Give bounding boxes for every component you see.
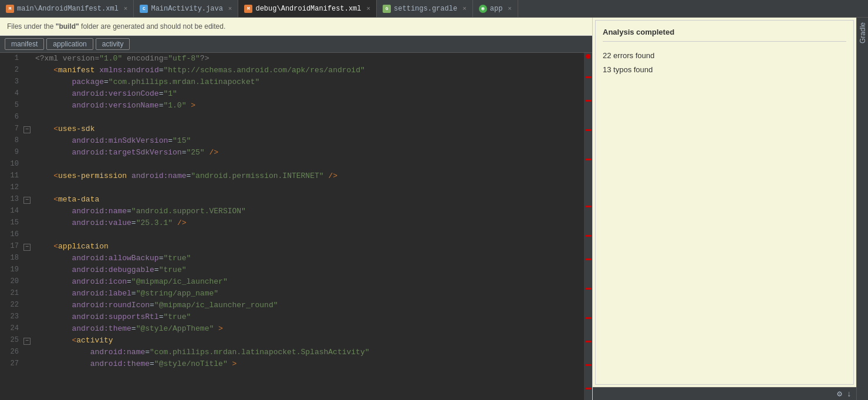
gradle-sidebar: Gradle — [856, 18, 868, 400]
gradle-label[interactable]: Gradle — [859, 18, 867, 48]
down-arrow-icon[interactable]: ↓ — [847, 389, 852, 399]
line-9: 9 android:targetSdkVersion="25" /> — [0, 147, 584, 159]
line-21: 21 android:label="@string/app_name" — [0, 288, 584, 300]
app-icon: ◉ — [479, 5, 487, 13]
tab-close-5[interactable]: × — [508, 5, 512, 12]
breadcrumb-bar: manifest application activity — [0, 36, 592, 53]
error-dot-top — [586, 54, 590, 59]
scrollbar-marker-3 — [585, 129, 591, 131]
line-14: 14 android:name="android.support.VERSION… — [0, 206, 584, 217]
tab-settings-gradle[interactable]: G settings.gradle × — [377, 0, 473, 17]
fold-icon-13[interactable]: − — [23, 197, 31, 204]
fold-icon-7[interactable]: − — [23, 126, 31, 133]
line-24: 24 android:theme="@style/AppTheme" > — [0, 323, 584, 335]
scrollbar-marker-6 — [585, 235, 591, 237]
tab-debug-manifest[interactable]: M debug\AndroidManifest.xml × — [238, 0, 377, 17]
line-11: 11 <uses-permission android:name="androi… — [0, 170, 584, 182]
tab-label-2: MainActivity.java — [151, 5, 222, 13]
tab-close-4[interactable]: × — [462, 5, 467, 12]
fold-icon-25[interactable]: − — [23, 338, 31, 345]
tab-main-activity[interactable]: C MainActivity.java × — [134, 0, 238, 17]
scrollbar-marker-12 — [585, 388, 591, 389]
line-16: 16 — [0, 229, 584, 241]
line-25: 25 − <activity — [0, 335, 584, 347]
line-4: 4 android:versionCode="1" — [0, 88, 584, 100]
tab-main-manifest[interactable]: M main\AndroidManifest.xml × — [0, 0, 134, 17]
scrollbar-marker-7 — [585, 258, 591, 260]
tab-close-2[interactable]: × — [228, 5, 232, 12]
breadcrumb-activity[interactable]: activity — [96, 38, 130, 50]
tab-label-5: app — [490, 5, 503, 13]
line-5: 5 android:versionName="1.0" > — [0, 100, 584, 112]
errors-label: 22 errors found — [603, 49, 846, 63]
line-13: 13 − <meta-data — [0, 194, 584, 206]
scrollbar-marker-9 — [585, 317, 591, 319]
warning-bold: "build" — [56, 22, 79, 31]
warning-banner: Files under the "build" folder are gener… — [0, 18, 592, 36]
tab-close-1[interactable]: × — [124, 5, 128, 12]
line-12: 12 — [0, 182, 584, 194]
line-1: 1 <?xml version="1.0" encoding="utf-8"?> — [0, 53, 584, 65]
code-editor[interactable]: 1 <?xml version="1.0" encoding="utf-8"?>… — [0, 53, 584, 400]
line-2: 2 <manifest xmlns:android="http://schema… — [0, 65, 584, 76]
line-20: 20 android:icon="@mipmap/ic_launcher" — [0, 276, 584, 288]
line-8: 8 android:minSdkVersion="15" — [0, 135, 584, 147]
line-27: 27 android:theme="@style/noTitle" > — [0, 358, 584, 370]
line-3: 3 package="com.phillips.mrdan.latinapock… — [0, 76, 584, 88]
line-17: 17 − <application — [0, 241, 584, 253]
line-6: 6 — [0, 112, 584, 123]
line-15: 15 android:value="25.3.1" /> — [0, 217, 584, 229]
tab-close-3[interactable]: × — [367, 5, 371, 12]
tab-app[interactable]: ◉ app × — [473, 0, 518, 17]
tab-bar: M main\AndroidManifest.xml × C MainActiv… — [0, 0, 868, 18]
line-22: 22 android:roundIcon="@mipmap/ic_launche… — [0, 300, 584, 311]
breadcrumb-manifest[interactable]: manifest — [5, 38, 44, 50]
line-19: 19 android:debuggable="true" — [0, 264, 584, 276]
scrollbar-panel[interactable] — [584, 53, 592, 400]
line-18: 18 android:allowBackup="true" — [0, 253, 584, 264]
tab-label-3: debug\AndroidManifest.xml — [255, 5, 361, 13]
gradle-icon-1: G — [383, 5, 391, 13]
tab-label-1: main\AndroidManifest.xml — [17, 5, 119, 13]
scrollbar-marker-5 — [585, 206, 591, 207]
warning-text-after: folder are generated and should not be e… — [79, 22, 226, 31]
analysis-panel: Analysis completed 22 errors found 13 ty… — [595, 20, 854, 385]
right-panel-bottom-bar: ⚙ ↓ — [593, 387, 856, 400]
main-content: Files under the "build" folder are gener… — [0, 18, 868, 400]
scrollbar-marker-2 — [585, 100, 591, 102]
scrollbar-marker-4 — [585, 159, 591, 160]
settings-icon[interactable]: ⚙ — [837, 389, 842, 399]
scrollbar-marker-1 — [585, 76, 591, 78]
line-26: 26 android:name="com.phillips.mrdan.lati… — [0, 347, 584, 358]
line-23: 23 android:supportsRtl="true" — [0, 311, 584, 323]
breadcrumb-application[interactable]: application — [46, 38, 93, 50]
line-7: 7 − <uses-sdk — [0, 123, 584, 135]
right-panel: Analysis completed 22 errors found 13 ty… — [592, 18, 856, 400]
scrollbar-marker-8 — [585, 288, 591, 290]
line-10: 10 — [0, 159, 584, 170]
xml-icon-2: M — [244, 5, 252, 13]
warning-text-before: Files under the — [7, 22, 56, 31]
fold-icon-17[interactable]: − — [23, 244, 31, 251]
editor-area: Files under the "build" folder are gener… — [0, 18, 592, 400]
scrollbar-marker-11 — [585, 364, 591, 366]
java-icon: C — [140, 5, 148, 13]
scrollbar-marker-10 — [585, 341, 591, 342]
typos-label: 13 typos found — [603, 63, 846, 77]
tab-label-4: settings.gradle — [394, 5, 457, 13]
xml-icon-1: M — [6, 5, 14, 13]
code-table: 1 <?xml version="1.0" encoding="utf-8"?>… — [0, 53, 584, 370]
errors-count: 22 errors found 13 typos found — [603, 49, 846, 77]
analysis-title: Analysis completed — [603, 28, 846, 42]
